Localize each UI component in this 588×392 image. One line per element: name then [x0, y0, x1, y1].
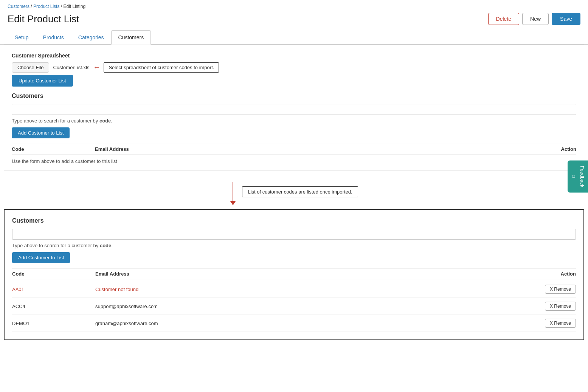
feedback-label: Feedback: [579, 166, 585, 187]
lower-search-hint: Type above to search for a customer by c…: [12, 243, 576, 248]
customer-action: X Remove: [523, 285, 576, 294]
file-input-row: Choose File CustomerList.xls ← Select sp…: [12, 62, 576, 73]
breadcrumb-customers[interactable]: Customers: [8, 4, 29, 9]
search-hint: Type above to search for a customer by c…: [12, 118, 576, 124]
page-header: Edit Product List Delete New Save: [0, 11, 588, 30]
table-empty-message: Use the form above to add a customer to …: [12, 156, 576, 166]
remove-button[interactable]: X Remove: [545, 319, 576, 328]
breadcrumb-current: Edit Listing: [63, 4, 85, 9]
table-row: ACC4 support@aphixsoftware.com X Remove: [12, 298, 576, 315]
customer-code: DEMO1: [12, 321, 95, 326]
file-name-label: CustomerList.xls: [53, 65, 89, 70]
tab-customers[interactable]: Customers: [111, 30, 151, 45]
remove-button[interactable]: X Remove: [545, 285, 576, 294]
choose-file-button[interactable]: Choose File: [12, 62, 49, 73]
lower-table-header: Code Email Address Action: [12, 268, 576, 279]
spreadsheet-label: Customer Spreadsheet: [12, 53, 576, 59]
feedback-tab[interactable]: Feedback ☺: [568, 160, 588, 192]
tab-products[interactable]: Products: [36, 30, 71, 45]
tabs: Setup Products Categories Customers: [0, 30, 588, 45]
col-header-email: Email Address: [95, 146, 523, 152]
table-row: DEMO1 graham@aphixsoftware.com X Remove: [12, 315, 576, 332]
lower-customers-heading: Customers: [12, 217, 576, 224]
lower-col-header-email: Email Address: [95, 271, 523, 277]
lower-col-header-code: Code: [12, 271, 95, 277]
customer-code: AA01: [12, 287, 95, 292]
update-customer-list-button[interactable]: Update Customer List: [12, 75, 73, 87]
lower-section: Customers Type above to search for a cus…: [4, 209, 584, 340]
customer-email: support@aphixsoftware.com: [95, 304, 523, 309]
header-buttons: Delete New Save: [488, 13, 580, 25]
feedback-icon: ☺: [571, 174, 576, 179]
main-content: Customer Spreadsheet Choose File Custome…: [4, 45, 584, 170]
breadcrumb: Customers / Product Lists / Edit Listing: [0, 0, 588, 11]
col-header-code: Code: [12, 146, 95, 152]
new-button[interactable]: New: [522, 13, 549, 25]
save-button[interactable]: Save: [552, 13, 580, 25]
spreadsheet-annotation: Select spreadsheet of customer codes to …: [104, 62, 219, 73]
breadcrumb-product-lists[interactable]: Product Lists: [33, 4, 59, 9]
customer-search-input[interactable]: [12, 104, 576, 115]
table-row: AA01 Customer not found X Remove: [12, 281, 576, 298]
customer-email: Customer not found: [95, 287, 523, 292]
delete-button[interactable]: Delete: [488, 13, 519, 25]
annotation-area: List of customer codes are listed once i…: [0, 170, 588, 209]
arrow-down-icon: [230, 182, 236, 205]
tab-setup[interactable]: Setup: [8, 30, 36, 45]
page-title: Edit Product List: [8, 13, 79, 25]
lower-search-input[interactable]: [12, 229, 576, 240]
lower-annotation: List of customer codes are listed once i…: [242, 186, 358, 197]
customers-heading: Customers: [12, 93, 576, 99]
lower-col-header-action: Action: [523, 271, 576, 277]
customer-action: X Remove: [523, 302, 576, 311]
table-header: Code Email Address Action: [12, 144, 576, 155]
add-customer-button[interactable]: Add Customer to List: [12, 127, 70, 138]
lower-add-customer-button[interactable]: Add Customer to List: [12, 252, 70, 263]
arrow-right-icon: ←: [93, 64, 100, 71]
col-header-action: Action: [523, 146, 576, 152]
tab-categories[interactable]: Categories: [71, 30, 111, 45]
customer-email: graham@aphixsoftware.com: [95, 321, 523, 326]
customer-action: X Remove: [523, 319, 576, 328]
remove-button[interactable]: X Remove: [545, 302, 576, 311]
customer-code: ACC4: [12, 304, 95, 309]
